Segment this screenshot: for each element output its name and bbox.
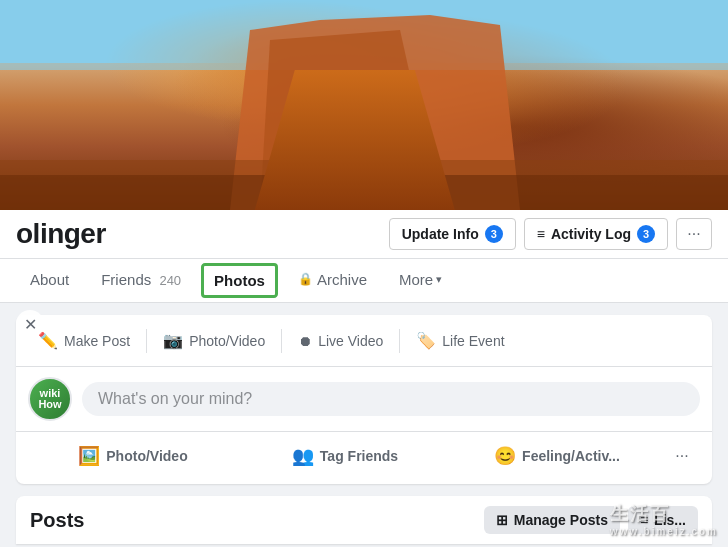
tab-archive[interactable]: 🔒 Archive [284, 261, 381, 301]
chevron-down-icon: ▾ [436, 273, 442, 286]
posts-label: Posts [30, 509, 84, 532]
svg-rect-4 [0, 175, 728, 210]
cover-photo [0, 0, 728, 210]
post-box: ✏️ Make Post 📷 Photo/Video ⏺ Live Video … [16, 315, 712, 484]
profile-name: olinger [16, 218, 106, 250]
post-placeholder-text: What's on your mind? [98, 390, 252, 407]
photo-bottom-icon: 🖼️ [78, 445, 100, 467]
lock-icon: 🔒 [298, 272, 313, 286]
profile-actions: Update Info 3 ≡ Activity Log 3 ··· [389, 218, 712, 250]
life-event-button[interactable]: 🏷️ Life Event [406, 325, 514, 356]
list-view-icon: ≡ [640, 512, 648, 528]
emoji-icon: 😊 [494, 445, 516, 467]
divider-2 [281, 329, 282, 353]
post-actions-bar: ✏️ Make Post 📷 Photo/Video ⏺ Live Video … [16, 315, 712, 367]
update-info-button[interactable]: Update Info 3 [389, 218, 516, 250]
flag-icon: 🏷️ [416, 331, 436, 350]
svg-rect-3 [0, 160, 728, 210]
live-video-label: Live Video [318, 333, 383, 349]
tag-icon: 👥 [292, 445, 314, 467]
tag-friends-button[interactable]: 👥 Tag Friends [240, 438, 450, 474]
page-wrapper: olinger Update Info 3 ≡ Activity Log 3 ·… [0, 0, 728, 547]
manage-posts-button[interactable]: ⊞ Manage Posts [484, 506, 620, 534]
svg-marker-1 [230, 15, 520, 210]
life-event-label: Life Event [442, 333, 504, 349]
tab-photos[interactable]: Photos [201, 263, 278, 298]
bottom-more-dots-button[interactable]: ··· [664, 438, 700, 474]
bottom-dots-icon: ··· [675, 447, 688, 465]
camera-icon: 📷 [163, 331, 183, 350]
tab-friends[interactable]: Friends 240 [87, 261, 195, 301]
avatar-line2: How [38, 399, 61, 410]
posts-right-actions: ⊞ Manage Posts ≡ Lis... [484, 506, 698, 534]
pencil-icon: ✏️ [38, 331, 58, 350]
list-view-label: Lis... [654, 512, 686, 528]
live-video-button[interactable]: ⏺ Live Video [288, 327, 393, 355]
avatar: wiki How [28, 377, 72, 421]
activity-log-badge: 3 [637, 225, 655, 243]
make-post-label: Make Post [64, 333, 130, 349]
activity-log-label: Activity Log [551, 226, 631, 242]
tab-more[interactable]: More ▾ [385, 261, 456, 301]
post-input-area: wiki How What's on your mind? [16, 367, 712, 431]
update-info-label: Update Info [402, 226, 479, 242]
photo-video-button[interactable]: 📷 Photo/Video [153, 325, 275, 356]
tab-about[interactable]: About [16, 261, 83, 301]
post-bottom-actions: 🖼️ Photo/Video 👥 Tag Friends 😊 Feeling/A… [16, 431, 712, 484]
make-post-button[interactable]: ✏️ Make Post [28, 325, 140, 356]
tag-friends-label: Tag Friends [320, 448, 398, 464]
close-button[interactable]: ✕ [16, 310, 44, 338]
divider-3 [399, 329, 400, 353]
svg-marker-2 [260, 30, 440, 210]
photo-video-label: Photo/Video [189, 333, 265, 349]
post-input[interactable]: What's on your mind? [82, 382, 700, 416]
posts-bar: Posts ⊞ Manage Posts ≡ Lis... [16, 496, 712, 544]
nav-tabs: About Friends 240 Photos 🔒 Archive More … [0, 259, 728, 303]
update-info-badge: 3 [485, 225, 503, 243]
tab-photos-wrapper: Photos [199, 259, 280, 302]
manage-posts-label: Manage Posts [514, 512, 608, 528]
close-icon: ✕ [24, 315, 37, 334]
list-view-button[interactable]: ≡ Lis... [628, 506, 698, 534]
friends-count: 240 [159, 273, 181, 288]
svg-rect-0 [0, 0, 728, 70]
more-dots-button[interactable]: ··· [676, 218, 712, 250]
photo-video-bottom-button[interactable]: 🖼️ Photo/Video [28, 438, 238, 474]
activity-log-button[interactable]: ≡ Activity Log 3 [524, 218, 668, 250]
video-icon: ⏺ [298, 333, 312, 349]
dots-icon: ··· [687, 225, 700, 243]
list-icon: ≡ [537, 226, 545, 242]
content-area: ✕ ✏️ Make Post 📷 Photo/Video ⏺ Live Vide… [0, 303, 728, 547]
feeling-activity-button[interactable]: 😊 Feeling/Activ... [452, 438, 662, 474]
manage-icon: ⊞ [496, 512, 508, 528]
photo-video-bottom-label: Photo/Video [106, 448, 187, 464]
feeling-activity-label: Feeling/Activ... [522, 448, 620, 464]
divider-1 [146, 329, 147, 353]
profile-bar: olinger Update Info 3 ≡ Activity Log 3 ·… [0, 210, 728, 259]
